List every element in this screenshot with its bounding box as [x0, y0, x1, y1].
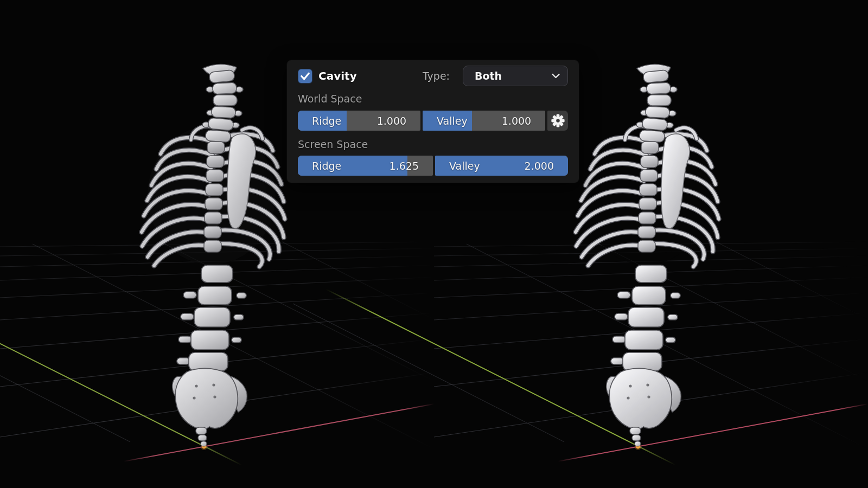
screen-space-label: Screen Space [298, 138, 568, 151]
world-space-options-button[interactable] [547, 111, 568, 131]
screen-ridge-slider[interactable]: Ridge 1.625 [298, 156, 433, 176]
screen-valley-value: 2.000 [525, 160, 554, 172]
world-valley-label: Valley [437, 115, 468, 127]
screen-ridge-label: Ridge [312, 160, 341, 172]
cavity-checkbox[interactable] [298, 69, 312, 84]
check-icon [298, 69, 312, 83]
screen-valley-slider[interactable]: Valley 2.000 [435, 156, 568, 176]
world-valley-value: 1.000 [502, 115, 531, 127]
cavity-label: Cavity [318, 69, 357, 82]
screen-valley-label: Valley [449, 160, 480, 172]
blender-3d-viewport[interactable]: Cavity Type: Both World Space Ridge 1.00… [0, 0, 868, 488]
cavity-type-value: Both [475, 70, 552, 82]
chevron-down-icon [552, 73, 560, 79]
skeleton-model-left[interactable] [142, 64, 285, 446]
screen-ridge-value: 1.625 [390, 160, 419, 172]
skeleton-model-right[interactable] [576, 64, 719, 446]
cavity-shading-popover: Cavity Type: Both World Space Ridge 1.00… [286, 60, 579, 183]
cavity-type-dropdown[interactable]: Both [463, 66, 568, 86]
gear-icon [551, 114, 565, 127]
world-ridge-value: 1.000 [377, 115, 406, 127]
world-valley-slider[interactable]: Valley 1.000 [423, 111, 545, 131]
world-space-label: World Space [298, 92, 568, 105]
type-label: Type: [423, 70, 450, 82]
world-ridge-slider[interactable]: Ridge 1.000 [298, 111, 420, 131]
world-ridge-label: Ridge [312, 115, 341, 127]
